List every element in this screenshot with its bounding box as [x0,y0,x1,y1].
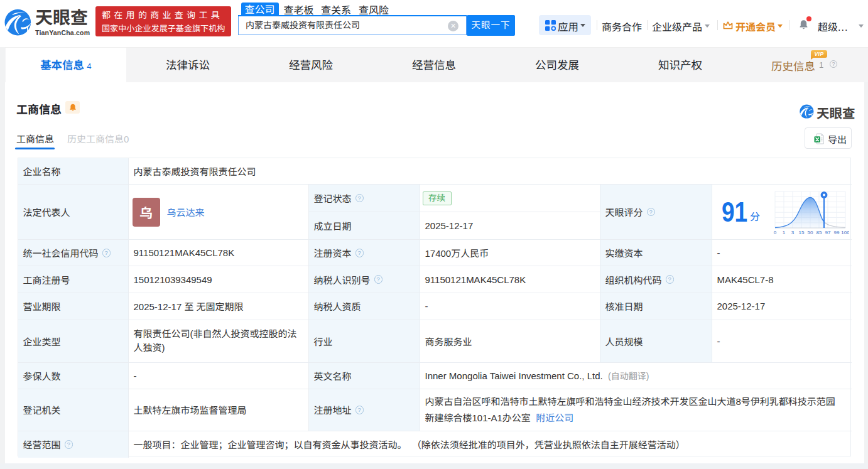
svg-text:15: 15 [799,230,805,235]
svg-text:100: 100 [841,230,849,235]
svg-text:50: 50 [808,230,813,235]
svg-text:3: 3 [791,230,795,235]
svg-text:0: 0 [774,230,777,235]
svg-text:99: 99 [834,230,840,235]
svg-text:1: 1 [783,230,786,235]
svg-text:85: 85 [816,230,822,235]
svg-text:97: 97 [825,230,831,235]
